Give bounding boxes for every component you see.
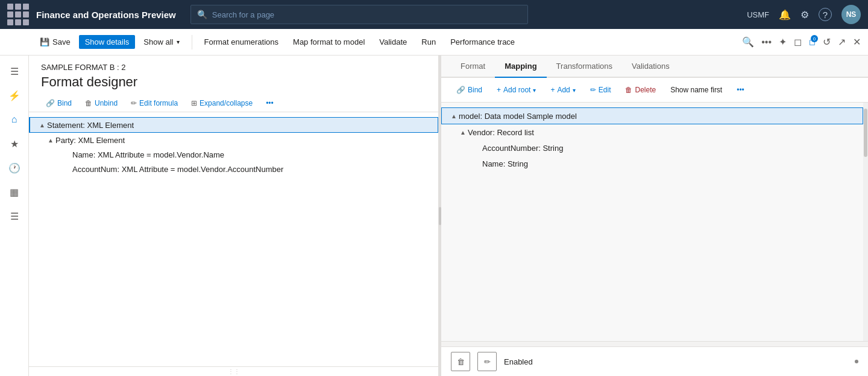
model-tree-item[interactable]: AccountNumber: String: [441, 140, 863, 156]
search-bar[interactable]: 🔍: [190, 5, 528, 24]
help-icon[interactable]: ?: [819, 8, 832, 21]
tree-item-label: AccountNum: XML Attribute = model.Vendor…: [72, 165, 283, 174]
content-area: SAMPLE FORMAT B : 2 Format designer 🔗 Bi…: [29, 56, 868, 376]
model-toggle-icon: ▲: [458, 127, 468, 137]
tree-toggle-icon: ▲: [46, 135, 55, 145]
bind-button[interactable]: 🔗 Bind: [41, 97, 77, 109]
open-external-icon[interactable]: ↗: [838, 36, 846, 48]
model-item-label: AccountNumber: String: [482, 144, 563, 153]
map-format-button[interactable]: Map format to model: [287, 35, 371, 49]
model-item-label: model: Data model Sample model: [459, 112, 577, 121]
more-icon[interactable]: •••: [761, 37, 772, 48]
refresh-icon[interactable]: ↺: [823, 36, 831, 48]
model-item-label: Name: String: [482, 159, 528, 168]
performance-trace-button[interactable]: Performance trace: [444, 35, 521, 49]
apps-grid[interactable]: [7, 4, 29, 25]
enabled-label: Enabled: [504, 357, 533, 366]
add-icon: +: [550, 86, 555, 94]
tree-item[interactable]: ▲ Statement: XML Element: [29, 117, 438, 133]
show-name-first-button[interactable]: Show name first: [665, 83, 728, 97]
top-nav: Finance and Operations Preview 🔍 USMF 🔔 …: [0, 0, 868, 29]
notifications-icon[interactable]: 🔔: [779, 9, 791, 21]
show-all-button[interactable]: Show all ▾: [137, 35, 185, 49]
link-small-icon: 🔗: [456, 86, 465, 94]
tab-format[interactable]: Format: [451, 56, 495, 78]
save-button[interactable]: 💾 Save: [34, 35, 77, 49]
sidebar-favorites-icon[interactable]: ★: [4, 133, 25, 155]
sidebar-recent-icon[interactable]: 🕐: [4, 157, 25, 179]
add-root-button[interactable]: + Add root ▾: [491, 83, 541, 97]
tab-validations[interactable]: Validations: [622, 56, 679, 78]
breadcrumb: SAMPLE FORMAT B : 2: [29, 56, 438, 74]
bottom-bar: 🗑 ✏ Enabled: [441, 346, 868, 376]
scrollbar[interactable]: [863, 103, 868, 341]
top-nav-right: USMF 🔔 ⚙ ? NS: [747, 5, 861, 24]
model-tree-item[interactable]: ▲ Vendor: Record list: [441, 124, 863, 140]
tree-toggle-icon: [63, 164, 72, 174]
tree-item[interactable]: AccountNum: XML Attribute = model.Vendor…: [29, 162, 438, 176]
trash-icon: 🗑: [85, 99, 92, 107]
delete-bottom-button[interactable]: 🗑: [451, 352, 470, 371]
unbind-button[interactable]: 🗑 Unbind: [80, 97, 122, 109]
format-toolbar: 🔗 Bind 🗑 Unbind ✏ Edit formula ⊞ Expand/…: [29, 95, 438, 112]
more-icon: •••: [737, 86, 744, 94]
sidebar-filter-icon[interactable]: ⚡: [4, 84, 25, 106]
settings-icon[interactable]: ⚙: [800, 9, 809, 21]
tab-mapping[interactable]: Mapping: [495, 56, 546, 78]
model-toggle-icon: [473, 143, 482, 153]
tree-item-label: Party: XML Element: [55, 136, 125, 145]
tree-item-label: Name: XML Attribute = model.Vendor.Name: [72, 150, 224, 159]
page-title: Format designer: [29, 74, 438, 95]
run-button[interactable]: Run: [415, 35, 442, 49]
tree-item[interactable]: ▲ Party: XML Element: [29, 133, 438, 147]
sidebar-workspaces-icon[interactable]: ▦: [4, 181, 25, 203]
tree-area: ▲ Statement: XML Element ▲ Party: XML El…: [29, 112, 438, 366]
edit-bottom-button[interactable]: ✏: [477, 352, 497, 371]
left-sidebar: ☰ ⚡ ⌂ ★ 🕐 ▦ ☰: [0, 56, 29, 376]
edit-formula-button[interactable]: ✏ Edit formula: [126, 97, 183, 109]
connect-icon[interactable]: ✦: [779, 36, 787, 48]
tree-item-label: Statement: XML Element: [47, 121, 134, 130]
model-tree-item[interactable]: Name: String: [441, 156, 863, 171]
notifications-badge-icon[interactable]: ◻0: [809, 37, 816, 46]
main-layout: ☰ ⚡ ⌂ ★ 🕐 ▦ ☰ SAMPLE FORMAT B : 2 Format…: [0, 56, 868, 376]
search-input[interactable]: [212, 10, 521, 19]
sidebar-home-icon[interactable]: ⌂: [4, 109, 25, 130]
drag-handle[interactable]: ⋮⋮: [29, 366, 438, 376]
validate-button[interactable]: Validate: [373, 35, 413, 49]
tree-toggle-icon: ▲: [37, 120, 47, 130]
scrollbar-thumb[interactable]: [864, 109, 867, 157]
edit-button[interactable]: ✏ Edit: [585, 83, 617, 97]
mapping-more-button[interactable]: •••: [731, 83, 750, 97]
status-dot: [855, 360, 858, 363]
tree-toggle-icon: [63, 150, 72, 159]
mapping-toolbar: 🔗 Bind + Add root ▾ + Add ▾ ✏ Edit: [441, 78, 868, 103]
add-root-chevron-icon: ▾: [533, 87, 536, 94]
tab-transformations[interactable]: Transformations: [547, 56, 622, 78]
format-enumerations-button[interactable]: Format enumerations: [198, 35, 285, 49]
company-selector[interactable]: USMF: [747, 10, 769, 19]
expand-collapse-button[interactable]: ⊞ Expand/collapse: [186, 97, 257, 109]
close-icon[interactable]: ✕: [853, 36, 861, 48]
right-panel: Format Mapping Transformations Validatio…: [441, 56, 868, 376]
pencil-bottom-icon: ✏: [484, 357, 491, 366]
model-toggle-icon: [473, 159, 482, 168]
panel-resizer[interactable]: [439, 56, 441, 376]
add-button[interactable]: + Add ▾: [545, 83, 580, 97]
delete-button[interactable]: 🗑 Delete: [620, 83, 661, 97]
format-more-button[interactable]: •••: [261, 97, 278, 109]
model-item-label: Vendor: Record list: [468, 128, 534, 137]
show-all-chevron-icon: ▾: [177, 39, 180, 45]
sidebar-modules-icon[interactable]: ☰: [4, 205, 25, 227]
tree-item[interactable]: Name: XML Attribute = model.Vendor.Name: [29, 147, 438, 162]
sidebar-menu-icon[interactable]: ☰: [4, 60, 25, 82]
mapping-bind-button[interactable]: 🔗 Bind: [451, 83, 488, 97]
model-tree-item[interactable]: ▲ model: Data model Sample model: [441, 107, 863, 124]
model-area: ▲ model: Data model Sample model ▲ Vendo…: [441, 103, 868, 341]
model-tree: ▲ model: Data model Sample model ▲ Vendo…: [441, 103, 863, 341]
show-details-button[interactable]: Show details: [79, 35, 136, 49]
bookmark-icon[interactable]: ◻: [794, 36, 802, 48]
avatar[interactable]: NS: [841, 5, 861, 24]
tab-bar: Format Mapping Transformations Validatio…: [441, 56, 868, 78]
search-toolbar-icon[interactable]: 🔍: [742, 36, 754, 48]
